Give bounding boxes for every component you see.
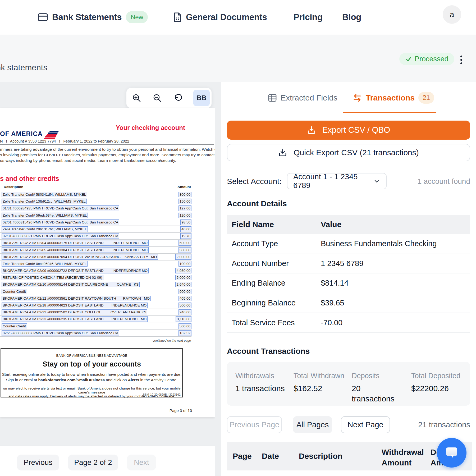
details-header-row: Field Name Value xyxy=(227,215,470,234)
doc-transaction-row[interactable]: Zelle Transfer Conf# 59edc634e; WILLIAMS… xyxy=(0,212,191,219)
account-select[interactable]: Account 1 - 1 2345 6789 xyxy=(287,173,387,189)
chevron-down-icon xyxy=(373,178,380,185)
doc-row-amount: 162.52 xyxy=(178,330,191,336)
doc-transaction-row[interactable]: 02/01 #000389821 PMNT RCVD Cash App*Cash… xyxy=(0,233,191,240)
doc-transaction-row[interactable]: BKOFAMERICA ATM 02/09 #000002722 DEPOSIT… xyxy=(0,267,191,274)
doc-transaction-row[interactable]: BKOFAMERICA ATM 02/04 #000003175 DEPOSIT… xyxy=(0,240,191,246)
txn-previous-label: Previous Page xyxy=(230,420,280,429)
promo-code: SSM-10-20-0899B I 3293362 xyxy=(143,393,181,396)
details-row: Account Type Business Fundamentals Check… xyxy=(227,234,470,254)
txn-all-pages-label: All Pages xyxy=(296,420,329,429)
viewer-toolbar: BB xyxy=(126,88,212,108)
doc-row-description: BKOFAMERICA ATM 02/18 #000004623 DEPOSIT… xyxy=(2,303,148,308)
doc-transaction-row[interactable]: BKOFAMERICA ATM 02/10 #000008144 DEPOSIT… xyxy=(0,281,191,288)
nav-bank-statements[interactable]: Bank Statements New xyxy=(38,0,148,34)
doc-row-amount: 98.50 xyxy=(180,219,191,225)
tab-extracted-fields[interactable]: Extracted Fields xyxy=(268,82,337,113)
nav-general-documents[interactable]: General Documents xyxy=(173,0,267,34)
summary-total-deposited: Total Deposited $22200.26 xyxy=(411,372,468,393)
doc-row-amount: 2,640.00 xyxy=(175,282,191,287)
avatar[interactable]: a xyxy=(443,5,461,24)
doc-previous-button[interactable]: Previous xyxy=(17,455,59,470)
card-icon xyxy=(38,13,48,21)
details-field-name: Account Number xyxy=(227,259,321,268)
document-viewer: BB Your checking account OF AMERICA N ! … xyxy=(0,82,215,446)
doc-next-button[interactable]: Next xyxy=(127,455,156,470)
doc-col-amount: Amount xyxy=(0,185,191,189)
logo-text: OF AMERICA xyxy=(0,130,43,138)
doc-row-amount: 900.00 xyxy=(178,289,191,294)
doc-transaction-row[interactable]: Counter Credit 500.00 xyxy=(0,323,191,330)
doc-row-amount: 100.00 xyxy=(178,261,191,267)
bb-badge-button[interactable]: BB xyxy=(193,90,210,106)
doc-promo-box: BANK OF AMERICA BUSINESS ADVANTAGE Stay … xyxy=(1,348,183,397)
details-field-value: $814.14 xyxy=(321,279,470,287)
details-row: Total Service Fees -70.00 xyxy=(227,313,470,333)
doc-row-description: 02/25 #000380007 PMNT RCVD Cash App*Cash… xyxy=(2,330,119,336)
bank-statement-page: Your checking account OF AMERICA N ! Acc… xyxy=(0,108,215,417)
doc-continued-note: continued on the next page xyxy=(0,339,191,342)
doc-transaction-row[interactable]: 02/01 #000315426 PMNT RCVD Cash App*Cash… xyxy=(0,219,191,226)
txn-count-text: 21 transactions xyxy=(418,416,470,433)
quick-export-button[interactable]: Quick Export CSV (21 transactions) xyxy=(227,144,470,161)
col-date: Date xyxy=(262,442,279,470)
summary-label: Withdrawals xyxy=(235,372,292,380)
doc-transaction-row[interactable]: Zelle Transfer Conf# 580341df4; WILLIAMS… xyxy=(0,191,191,198)
doc-transaction-row[interactable]: BKOFAMERICA ATM 02/05 #000003384 DEPOSIT… xyxy=(0,247,191,254)
account-select-value: Account 1 - 1 2345 6789 xyxy=(293,172,373,190)
nav-blog[interactable]: Blog xyxy=(342,0,361,34)
doc-row-description: Zelle Transfer Conf# 13fb912cc; WILLIAMS… xyxy=(2,199,87,204)
txn-all-pages-button[interactable]: All Pages xyxy=(293,416,332,433)
doc-transaction-row[interactable]: BKOFAMERICA ATM 02/12 #000003561 DEPOSIT… xyxy=(0,295,191,302)
doc-row-amount: 500.00 xyxy=(178,303,191,308)
details-header-field: Field Name xyxy=(227,220,321,229)
rotate-button[interactable] xyxy=(168,88,188,108)
nav-pricing[interactable]: Pricing xyxy=(294,0,323,34)
doc-row-description: Zelle Transfer Conf# 59edc634e; WILLIAMS… xyxy=(2,213,88,218)
nav-bank-statements-label: Bank Statements xyxy=(52,12,122,22)
promo-title: Stay on top of your accounts xyxy=(1,360,182,368)
doc-transaction-row[interactable]: Zelle Transfer Conf# 0ccd96946; WILLIAMS… xyxy=(0,260,191,267)
doc-page-indicator: Page 2 of 2 xyxy=(68,455,118,470)
bank-of-america-logo: OF AMERICA xyxy=(0,130,59,139)
doc-transaction-row[interactable]: Zelle Transfer Conf# 13fb912cc; WILLIAMS… xyxy=(0,198,191,205)
kebab-menu[interactable] xyxy=(459,54,464,65)
txn-previous-page-button[interactable]: Previous Page xyxy=(227,416,282,433)
doc-transaction-row[interactable]: BKOFAMERICA ATM 02/22 #000002502 DEPOSIT… xyxy=(0,309,191,316)
transactions-count-badge: 21 xyxy=(418,92,434,104)
account-transactions-title: Account Transactions xyxy=(227,347,310,356)
doc-row-amount: 5,000.00 xyxy=(175,275,191,280)
page-title: Bank statements xyxy=(0,63,47,72)
bofa-flag-icon xyxy=(44,130,59,139)
tab-transactions[interactable]: Transactions 21 xyxy=(353,82,434,113)
document-icon xyxy=(173,12,182,22)
doc-transaction-row[interactable]: BKOFAMERICA ATM 02/18 #000004623 DEPOSIT… xyxy=(0,302,191,309)
doc-transaction-row[interactable]: RETURN OF POSTED CHECK / ITEM (RECEIVED … xyxy=(0,274,191,281)
download-icon xyxy=(307,126,316,135)
doc-row-description: 01/31 #000284935 PMNT RCVD Cash App*Cash… xyxy=(2,205,119,211)
panel-tabs: Extracted Fields Transactions 21 xyxy=(221,82,476,113)
doc-transaction-row[interactable]: 01/31 #000284935 PMNT RCVD Cash App*Cash… xyxy=(0,205,191,212)
details-field-value: Business Fundamentals Checking xyxy=(321,239,470,248)
col-withdrawal-amount: Withdrawal Amount xyxy=(382,447,424,468)
active-tab-underline xyxy=(343,112,436,113)
zoom-in-button[interactable] xyxy=(126,88,147,108)
quick-export-label: Quick Export CSV (21 transactions) xyxy=(294,148,419,157)
doc-transaction-row[interactable]: BKOFAMERICA ATM 02/05 #000007054 DEPOSIT… xyxy=(0,254,191,260)
export-csv-qbo-button[interactable]: Export CSV / QBO xyxy=(227,121,470,140)
doc-transaction-row[interactable]: 02/25 #000380007 PMNT RCVD Cash App*Cash… xyxy=(0,330,191,337)
doc-row-description: 02/01 #000389821 PMNT RCVD Cash App*Cash… xyxy=(2,233,119,239)
chat-widget-button[interactable] xyxy=(437,438,466,468)
doc-transaction-row[interactable]: Zelle Transfer Conf# 2961317bc; WILLIAMS… xyxy=(0,226,191,233)
txn-next-page-button[interactable]: Next Page xyxy=(341,416,390,433)
doc-account-line: N ! Account # 3550 1223 7794 ! February … xyxy=(0,139,129,143)
summary-deposits: Deposits 20 transactions xyxy=(352,372,395,404)
zoom-out-button[interactable] xyxy=(147,88,168,108)
doc-transaction-row[interactable]: Counter Credit 900.00 xyxy=(0,288,191,295)
nav-blog-label: Blog xyxy=(342,12,361,22)
doc-transaction-row[interactable]: BKOFAMERICA ATM 02/23 #000006235 DEPOSIT… xyxy=(0,316,191,323)
details-field-value: -70.00 xyxy=(321,318,470,327)
details-header-value: Value xyxy=(321,220,470,229)
doc-row-description: BKOFAMERICA ATM 02/23 #000006235 DEPOSIT… xyxy=(2,316,148,322)
doc-row-description: RETURN OF POSTED CHECK / ITEM (RECEIVED … xyxy=(2,275,103,280)
